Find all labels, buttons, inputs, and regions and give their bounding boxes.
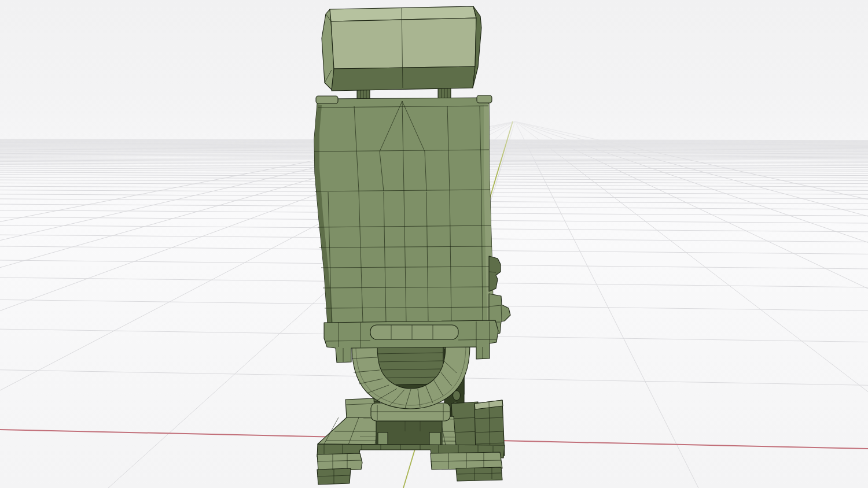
headrest-bottom-band xyxy=(332,66,475,91)
side-mount-upper xyxy=(489,256,501,291)
seat-cushion-edge xyxy=(370,325,458,339)
viewport-canvas[interactable] xyxy=(0,0,868,488)
grid-line-depth xyxy=(515,121,868,488)
headrest xyxy=(322,6,481,91)
seat-back xyxy=(314,95,494,324)
3d-viewport[interactable] xyxy=(0,0,868,488)
headrest-back-face xyxy=(331,18,476,69)
seat-back-left-nub xyxy=(316,96,338,103)
grid-line-depth xyxy=(515,121,868,488)
grid-line-depth xyxy=(515,121,698,488)
grid-line-depth xyxy=(515,121,868,488)
seat-back-face xyxy=(314,98,494,324)
foot-left-upper xyxy=(317,453,362,471)
grid-line-depth xyxy=(515,121,868,488)
grid-line-depth xyxy=(515,121,868,488)
rim-block-left xyxy=(345,398,375,419)
seat-back-right-nub xyxy=(477,95,492,103)
pedestal xyxy=(371,403,450,446)
pedestal-leg-right xyxy=(429,432,440,446)
